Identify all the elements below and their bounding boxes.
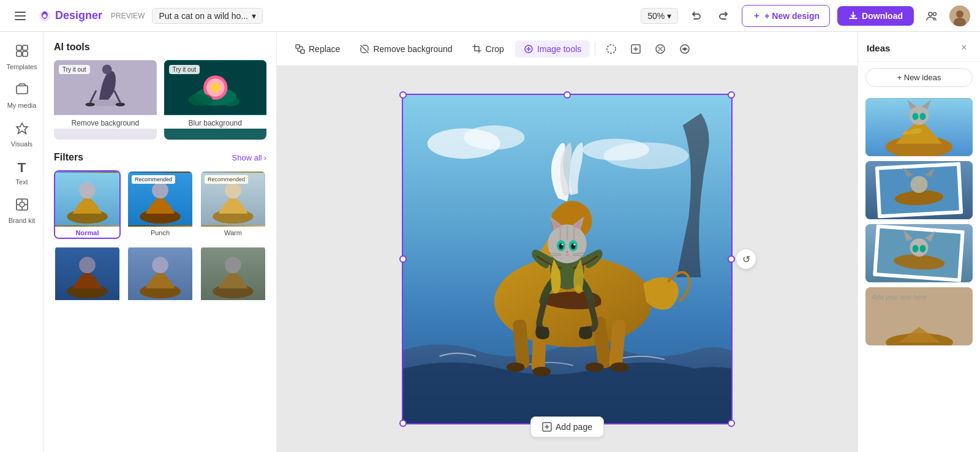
svg-point-42	[79, 257, 96, 273]
handle-middle-left[interactable]	[399, 255, 407, 263]
smart-select-button[interactable]	[625, 38, 647, 60]
svg-point-56	[684, 47, 687, 50]
svg-point-17	[20, 202, 24, 207]
svg-rect-1	[15, 15, 26, 17]
crop-button[interactable]: Crop	[464, 40, 513, 58]
new-ideas-label: + New ideas	[897, 73, 941, 82]
filter-5[interactable]	[127, 245, 194, 306]
idea-card-4[interactable]: Add your text here	[865, 287, 973, 345]
topbar: Designer PREVIEW Put a cat on a wild ho.…	[0, 0, 980, 32]
image-toolbar: Replace Remove background Crop Image too…	[277, 32, 858, 66]
selection-tool-button[interactable]	[600, 38, 622, 60]
sidebar-item-visuals[interactable]: Visuals	[4, 116, 40, 153]
add-page-label: Add page	[556, 422, 592, 432]
chevron-right-icon: ›	[264, 153, 266, 162]
svg-point-45	[152, 257, 168, 273]
new-design-button[interactable]: ＋ + New design	[742, 5, 830, 27]
sidebar-item-brand-kit[interactable]: Brand kit	[4, 193, 40, 229]
svg-point-28	[188, 94, 212, 106]
canvas-image-container[interactable]: ↺	[402, 94, 733, 424]
svg-point-88	[919, 113, 925, 120]
sidebar-item-templates[interactable]: Templates	[4, 39, 40, 75]
idea-card-3[interactable]	[865, 224, 973, 282]
filter-normal[interactable]: Normal	[54, 170, 121, 239]
text-label: Text	[15, 178, 28, 186]
svg-point-87	[913, 113, 919, 120]
svg-rect-49	[296, 45, 300, 48]
remove-background-button[interactable]: Remove background	[351, 40, 461, 58]
filters-title: Filters	[54, 152, 83, 163]
filter-warm-label: Warm	[201, 227, 265, 238]
download-button[interactable]: Download	[837, 6, 914, 26]
adjust-button[interactable]	[674, 38, 696, 60]
refresh-handle[interactable]: ↺	[736, 249, 756, 269]
people-button[interactable]	[921, 6, 942, 26]
idea-card-1[interactable]	[865, 98, 973, 156]
sidebar-item-text[interactable]: T Text	[4, 155, 40, 190]
sidebar-item-my-media[interactable]: My media	[4, 78, 40, 114]
logo-text: Designer	[55, 9, 102, 22]
idea-card-4-text: Add your text here	[872, 293, 967, 301]
add-page-button[interactable]: Add page	[530, 416, 604, 437]
filter-punch[interactable]: Recommended Punch	[127, 170, 194, 239]
undo-button[interactable]	[685, 6, 706, 26]
svg-point-4	[43, 14, 47, 18]
dropdown-chevron-icon: ▾	[252, 11, 256, 21]
svg-point-8	[956, 10, 963, 18]
filter-normal-label: Normal	[55, 227, 119, 238]
handle-top-left[interactable]	[399, 91, 407, 99]
svg-point-20	[102, 65, 112, 75]
svg-point-36	[152, 182, 168, 198]
svg-point-59	[464, 126, 524, 150]
image-tools-label: Image tools	[537, 44, 581, 54]
filters-header: Filters Show all ›	[54, 152, 266, 163]
remove-background-card[interactable]: Try it out Remove background	[54, 60, 157, 140]
ideas-panel-header: Ideas ×	[858, 32, 980, 62]
show-all-label: Show all	[232, 153, 262, 162]
try-it-badge-2: Try it out	[169, 65, 200, 74]
redo-button[interactable]	[714, 6, 734, 26]
svg-rect-10	[17, 45, 21, 50]
filter-6[interactable]	[200, 245, 266, 306]
filter-4[interactable]	[54, 245, 121, 306]
filter-6-label	[201, 301, 265, 305]
show-all-filters-button[interactable]: Show all ›	[232, 153, 266, 162]
svg-point-21	[85, 103, 95, 107]
filters-grid: Normal Recommended Punch	[54, 170, 266, 306]
svg-point-68	[532, 367, 551, 377]
brand-kit-icon	[15, 198, 29, 214]
svg-point-77	[562, 244, 564, 246]
new-ideas-button[interactable]: + New ideas	[865, 68, 973, 87]
app-logo: Designer	[38, 9, 102, 23]
new-design-plus-icon: ＋	[752, 10, 761, 21]
left-panel: AI tools Try it out	[44, 32, 277, 452]
hamburger-menu-button[interactable]	[10, 6, 31, 26]
handle-bottom-left[interactable]	[399, 420, 407, 427]
svg-rect-50	[301, 50, 304, 53]
replace-button[interactable]: Replace	[287, 40, 349, 58]
svg-marker-15	[17, 123, 28, 134]
idea-card-2[interactable]	[865, 161, 973, 219]
blur-background-card[interactable]: Try it out Blur background	[164, 60, 267, 140]
visuals-icon	[15, 121, 29, 138]
filter-warm[interactable]: Recommended Warm	[200, 170, 266, 239]
effects-button[interactable]	[649, 38, 671, 60]
preview-label: PREVIEW	[111, 12, 145, 20]
templates-icon	[15, 44, 29, 61]
zoom-control[interactable]: 50% ▾	[641, 8, 678, 24]
ideas-title: Ideas	[867, 43, 890, 53]
ideas-grid: Add your text here	[858, 93, 980, 350]
handle-middle-right[interactable]	[728, 255, 735, 263]
close-ideas-button[interactable]: ×	[957, 40, 971, 55]
user-avatar[interactable]	[949, 6, 970, 26]
project-title[interactable]: Put a cat on a wild ho... ▾	[152, 8, 263, 24]
svg-point-69	[586, 363, 604, 372]
image-tools-button[interactable]: Image tools	[515, 40, 590, 58]
recommended-badge-punch: Recommended	[132, 175, 175, 184]
handle-top-middle[interactable]	[564, 91, 571, 99]
right-panel: Ideas × + New ideas	[858, 32, 980, 452]
handle-top-right[interactable]	[728, 91, 735, 99]
filter-5-label	[128, 301, 192, 305]
handle-bottom-right[interactable]	[728, 420, 735, 427]
ai-tools-grid: Try it out Remove background	[54, 60, 266, 140]
